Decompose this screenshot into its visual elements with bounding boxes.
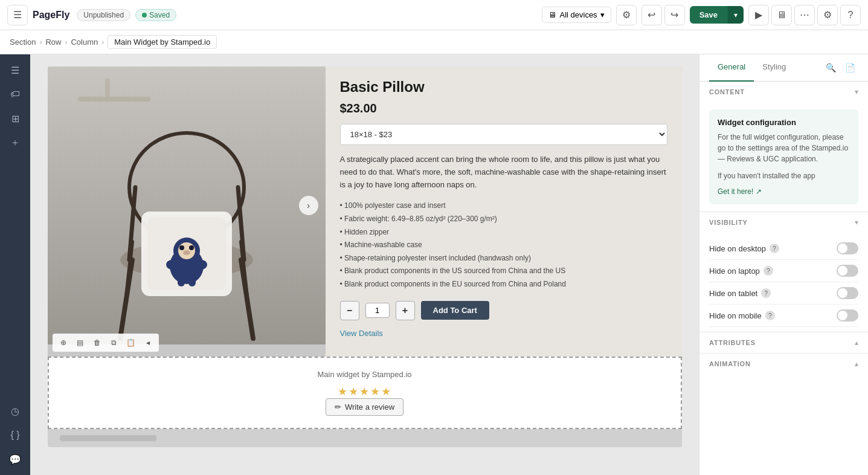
help-btn[interactable]: ? — [840, 5, 861, 25]
hide-tablet-help-icon[interactable]: ? — [761, 288, 771, 298]
widget-config-install-text: If you haven't installed the app — [718, 170, 850, 181]
main-layout: ☰ 🏷 ⊞ ＋ ◷ { } 💬 — [0, 54, 868, 475]
preview-btn[interactable]: ▶ — [748, 5, 769, 25]
desktop-view-btn[interactable]: 🖥 — [771, 5, 792, 25]
move-tool-btn[interactable]: ⊕ — [56, 335, 71, 350]
content-chevron-icon: ▾ — [855, 88, 858, 96]
hide-mobile-help-icon[interactable]: ? — [765, 311, 775, 320]
animation-section-header[interactable]: ANIMATION ▴ — [699, 354, 868, 374]
svg-rect-0 — [78, 97, 150, 102]
attributes-chevron-icon: ▴ — [855, 338, 858, 347]
product-image-column: › ⊕ ▤ 🗑 ⧉ 📋 ◂ — [48, 66, 326, 357]
redo-btn[interactable]: ↪ — [664, 5, 685, 25]
hide-tablet-label: Hide on tablet ? — [709, 288, 771, 298]
svg-rect-20 — [178, 277, 185, 286]
chevron-down-icon: ▾ — [600, 10, 605, 19]
page-settings-btn[interactable]: ⚙ — [817, 5, 838, 25]
monitor-icon: 🖥 — [548, 10, 556, 19]
hide-tablet-toggle[interactable] — [837, 287, 858, 299]
sidebar-toggle-btn[interactable]: ☰ — [7, 5, 28, 25]
sidebar-item-history[interactable]: ◷ — [4, 400, 26, 422]
layer-tool-btn[interactable]: ▤ — [73, 335, 88, 350]
sidebar-item-elements[interactable]: 🏷 — [4, 83, 26, 105]
product-image-svg — [48, 66, 326, 344]
product-section: › ⊕ ▤ 🗑 ⧉ 📋 ◂ Basic Pillow $23.00 — [48, 66, 682, 357]
panel-tab-icons: 🔍 📄 — [822, 54, 858, 81]
widget-config-link[interactable]: Get it here! ↗ — [718, 187, 850, 196]
visibility-section-header[interactable]: VISIBILITY ▾ — [699, 212, 868, 233]
hide-mobile-toggle[interactable] — [837, 309, 858, 322]
widget-section[interactable]: Main widget by Stamped.io ★★★★★ ✏ Write … — [48, 357, 682, 429]
breadcrumb: Section › Row › Column › Main Widget by … — [0, 30, 868, 54]
top-header: ☰ PageFly Unpublished Saved 🖥 All device… — [0, 0, 868, 30]
view-details-link[interactable]: View Details — [340, 329, 383, 338]
search-panel-btn[interactable]: 🔍 — [822, 59, 839, 76]
svg-point-18 — [166, 260, 178, 270]
visibility-section-label: VISIBILITY — [709, 219, 748, 226]
saved-badge: Saved — [135, 9, 176, 21]
hide-desktop-row: Hide on desktop ? — [709, 238, 858, 260]
delete-tool-btn[interactable]: 🗑 — [90, 335, 104, 350]
left-sidebar: ☰ 🏷 ⊞ ＋ ◷ { } 💬 — [0, 54, 30, 475]
hide-laptop-row: Hide on laptop ? — [709, 260, 858, 282]
hide-desktop-help-icon[interactable]: ? — [770, 244, 779, 253]
edit-icon: ✏ — [335, 402, 341, 412]
attributes-section: ATTRIBUTES ▴ — [699, 332, 868, 353]
breadcrumb-active-item[interactable]: Main Widget by Stamped.io — [108, 35, 217, 49]
settings-panel-btn[interactable]: ⚙ — [616, 5, 637, 25]
hide-laptop-toggle[interactable] — [837, 265, 858, 277]
widget-stars: ★★★★★ — [338, 385, 392, 398]
duplicate-tool-btn[interactable]: ⧉ — [107, 335, 121, 350]
device-selector[interactable]: 🖥 All devices ▾ — [542, 7, 611, 23]
product-info-column: Basic Pillow $23.00 18×18 - $23 A strate… — [326, 66, 682, 357]
bottom-placeholder-1 — [60, 435, 156, 441]
breadcrumb-sep-2: › — [65, 38, 67, 47]
attributes-section-header[interactable]: ATTRIBUTES ▴ — [699, 332, 868, 353]
carousel-next-btn[interactable]: › — [299, 196, 318, 215]
save-dropdown-btn[interactable]: ▾ — [727, 6, 744, 24]
logo: PageFly — [33, 10, 69, 21]
breadcrumb-sep-1: › — [39, 38, 42, 47]
sidebar-item-pages[interactable]: ⊞ — [4, 108, 26, 129]
more-options-btn[interactable]: ⋯ — [794, 5, 815, 25]
svg-point-16 — [189, 245, 194, 250]
qty-input[interactable] — [365, 303, 390, 318]
add-to-cart-btn[interactable]: Add To Cart — [421, 301, 489, 320]
visibility-chevron-icon: ▾ — [855, 218, 858, 227]
product-description: A strategically placed accent can bring … — [340, 153, 667, 191]
page-panel-btn[interactable]: 📄 — [841, 59, 858, 76]
collapse-tool-btn[interactable]: ◂ — [141, 335, 155, 350]
sidebar-item-chat[interactable]: 💬 — [4, 448, 26, 470]
breadcrumb-section[interactable]: Section — [10, 37, 36, 47]
product-price: $23.00 — [340, 102, 667, 115]
svg-point-19 — [195, 260, 207, 270]
write-review-btn[interactable]: ✏ Write a review — [326, 398, 403, 416]
qty-decrease-btn[interactable]: − — [340, 301, 359, 320]
save-button[interactable]: Save — [690, 6, 727, 24]
product-bullets: • 100% polyester case and insert • Fabri… — [340, 199, 667, 291]
undo-btn[interactable]: ↩ — [641, 5, 662, 25]
product-image: › — [48, 66, 326, 344]
qty-increase-btn[interactable]: + — [396, 301, 415, 320]
sidebar-item-code[interactable]: { } — [4, 424, 26, 446]
hide-tablet-row: Hide on tablet ? — [709, 282, 858, 305]
breadcrumb-row[interactable]: Row — [45, 37, 61, 47]
visibility-section: VISIBILITY ▾ Hide on desktop ? Hide on l… — [699, 212, 868, 332]
variant-select[interactable]: 18×18 - $23 — [340, 124, 667, 145]
animation-section: ANIMATION ▴ — [699, 353, 868, 374]
sidebar-item-add[interactable]: ＋ — [4, 132, 26, 153]
image-toolbar: ⊕ ▤ 🗑 ⧉ 📋 ◂ — [53, 334, 159, 352]
svg-point-17 — [183, 250, 190, 255]
saved-dot-icon — [142, 13, 147, 18]
tab-general[interactable]: General — [709, 55, 754, 82]
svg-point-15 — [179, 245, 184, 250]
content-section-header[interactable]: CONTENT ▾ — [699, 82, 868, 102]
hide-desktop-toggle[interactable] — [837, 242, 858, 254]
hide-laptop-help-icon[interactable]: ? — [764, 266, 773, 276]
header-right-icons: ▶ 🖥 ⋯ ⚙ ? — [748, 5, 861, 25]
sidebar-item-nav[interactable]: ☰ — [4, 59, 26, 81]
tab-styling[interactable]: Styling — [754, 55, 794, 82]
copy-tool-btn[interactable]: 📋 — [124, 335, 138, 350]
svg-rect-1 — [105, 79, 110, 97]
breadcrumb-column[interactable]: Column — [71, 37, 98, 47]
